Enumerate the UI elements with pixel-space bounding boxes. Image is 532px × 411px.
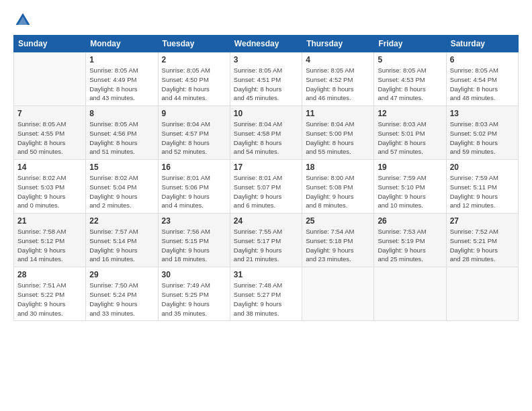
header-cell-monday: Monday: [86, 36, 158, 52]
day-cell: 25Sunrise: 7:54 AM Sunset: 5:18 PM Dayli…: [302, 214, 374, 267]
day-number: 29: [89, 270, 154, 279]
day-info: Sunrise: 8:04 AM Sunset: 5:00 PM Dayligh…: [306, 120, 370, 156]
day-info: Sunrise: 7:57 AM Sunset: 5:14 PM Dayligh…: [89, 227, 154, 264]
header-cell-saturday: Saturday: [446, 36, 518, 52]
day-cell: 22Sunrise: 7:57 AM Sunset: 5:14 PM Dayli…: [86, 214, 158, 267]
day-cell: [302, 267, 374, 321]
week-row-4: 21Sunrise: 7:58 AM Sunset: 5:12 PM Dayli…: [14, 214, 519, 267]
day-info: Sunrise: 8:05 AM Sunset: 4:52 PM Dayligh…: [306, 66, 370, 103]
day-cell: 13Sunrise: 8:03 AM Sunset: 5:02 PM Dayli…: [446, 106, 518, 160]
day-cell: 27Sunrise: 7:52 AM Sunset: 5:21 PM Dayli…: [446, 214, 518, 267]
day-info: Sunrise: 8:03 AM Sunset: 5:01 PM Dayligh…: [378, 120, 442, 156]
day-cell: 31Sunrise: 7:48 AM Sunset: 5:27 PM Dayli…: [230, 267, 302, 321]
day-number: 21: [17, 216, 82, 226]
day-number: 30: [162, 270, 226, 279]
day-info: Sunrise: 8:02 AM Sunset: 5:04 PM Dayligh…: [89, 173, 154, 210]
header-cell-sunday: Sunday: [14, 36, 86, 52]
calendar-table: SundayMondayTuesdayWednesdayThursdayFrid…: [13, 35, 519, 321]
day-number: 11: [306, 109, 370, 118]
day-info: Sunrise: 7:50 AM Sunset: 5:24 PM Dayligh…: [89, 281, 154, 318]
day-number: 3: [234, 55, 298, 64]
day-info: Sunrise: 8:05 AM Sunset: 4:53 PM Dayligh…: [378, 66, 442, 103]
day-info: Sunrise: 7:48 AM Sunset: 5:27 PM Dayligh…: [234, 281, 298, 318]
day-info: Sunrise: 8:00 AM Sunset: 5:08 PM Dayligh…: [306, 173, 370, 210]
header-cell-friday: Friday: [374, 36, 446, 52]
day-info: Sunrise: 8:05 AM Sunset: 4:54 PM Dayligh…: [450, 66, 515, 103]
day-number: 31: [234, 270, 298, 279]
day-number: 27: [450, 216, 515, 226]
day-info: Sunrise: 8:05 AM Sunset: 4:50 PM Dayligh…: [162, 66, 226, 103]
day-cell: 5Sunrise: 8:05 AM Sunset: 4:53 PM Daylig…: [374, 52, 446, 106]
logo: [13, 11, 35, 30]
day-cell: 28Sunrise: 7:51 AM Sunset: 5:22 PM Dayli…: [14, 267, 86, 321]
day-number: 9: [162, 109, 226, 118]
header-cell-wednesday: Wednesday: [230, 36, 302, 52]
day-info: Sunrise: 7:49 AM Sunset: 5:25 PM Dayligh…: [162, 281, 226, 318]
day-info: Sunrise: 7:59 AM Sunset: 5:11 PM Dayligh…: [450, 173, 515, 210]
day-cell: 11Sunrise: 8:04 AM Sunset: 5:00 PM Dayli…: [302, 106, 374, 160]
day-number: 18: [306, 163, 370, 172]
day-info: Sunrise: 7:55 AM Sunset: 5:17 PM Dayligh…: [234, 227, 298, 264]
day-info: Sunrise: 8:01 AM Sunset: 5:07 PM Dayligh…: [234, 173, 298, 210]
day-info: Sunrise: 8:03 AM Sunset: 5:02 PM Dayligh…: [450, 120, 515, 156]
logo-icon: [13, 11, 32, 30]
week-row-2: 7Sunrise: 8:05 AM Sunset: 4:55 PM Daylig…: [14, 106, 519, 160]
day-cell: 19Sunrise: 7:59 AM Sunset: 5:10 PM Dayli…: [374, 160, 446, 214]
header-cell-tuesday: Tuesday: [158, 36, 230, 52]
day-number: 26: [378, 216, 442, 226]
day-cell: 14Sunrise: 8:02 AM Sunset: 5:03 PM Dayli…: [14, 160, 86, 214]
day-cell: 20Sunrise: 7:59 AM Sunset: 5:11 PM Dayli…: [446, 160, 518, 214]
day-number: 7: [17, 109, 82, 118]
day-cell: [446, 267, 518, 321]
day-number: 24: [234, 216, 298, 226]
day-number: 25: [306, 216, 370, 226]
day-number: 13: [450, 109, 515, 118]
day-number: 16: [162, 163, 226, 172]
calendar-body: 1Sunrise: 8:05 AM Sunset: 4:49 PM Daylig…: [14, 52, 519, 321]
week-row-1: 1Sunrise: 8:05 AM Sunset: 4:49 PM Daylig…: [14, 52, 519, 106]
day-info: Sunrise: 7:52 AM Sunset: 5:21 PM Dayligh…: [450, 227, 515, 264]
week-row-3: 14Sunrise: 8:02 AM Sunset: 5:03 PM Dayli…: [14, 160, 519, 214]
day-number: 5: [378, 55, 442, 64]
day-number: 10: [234, 109, 298, 118]
day-cell: [374, 267, 446, 321]
day-info: Sunrise: 8:02 AM Sunset: 5:03 PM Dayligh…: [17, 173, 82, 210]
day-cell: 12Sunrise: 8:03 AM Sunset: 5:01 PM Dayli…: [374, 106, 446, 160]
day-info: Sunrise: 7:56 AM Sunset: 5:15 PM Dayligh…: [162, 227, 226, 264]
day-number: 22: [89, 216, 154, 226]
day-info: Sunrise: 8:05 AM Sunset: 4:49 PM Dayligh…: [89, 66, 154, 103]
day-number: 8: [89, 109, 154, 118]
day-cell: 8Sunrise: 8:05 AM Sunset: 4:56 PM Daylig…: [86, 106, 158, 160]
day-number: 17: [234, 163, 298, 172]
day-info: Sunrise: 7:54 AM Sunset: 5:18 PM Dayligh…: [306, 227, 370, 264]
day-number: 4: [306, 55, 370, 64]
day-cell: 10Sunrise: 8:04 AM Sunset: 4:58 PM Dayli…: [230, 106, 302, 160]
day-info: Sunrise: 7:51 AM Sunset: 5:22 PM Dayligh…: [17, 281, 82, 318]
day-info: Sunrise: 8:05 AM Sunset: 4:56 PM Dayligh…: [89, 120, 154, 156]
day-number: 20: [450, 163, 515, 172]
day-cell: 18Sunrise: 8:00 AM Sunset: 5:08 PM Dayli…: [302, 160, 374, 214]
day-cell: 3Sunrise: 8:05 AM Sunset: 4:51 PM Daylig…: [230, 52, 302, 106]
day-info: Sunrise: 7:53 AM Sunset: 5:19 PM Dayligh…: [378, 227, 442, 264]
day-cell: 26Sunrise: 7:53 AM Sunset: 5:19 PM Dayli…: [374, 214, 446, 267]
day-info: Sunrise: 8:05 AM Sunset: 4:51 PM Dayligh…: [234, 66, 298, 103]
day-info: Sunrise: 8:04 AM Sunset: 4:58 PM Dayligh…: [234, 120, 298, 156]
day-number: 6: [450, 55, 515, 64]
day-cell: 6Sunrise: 8:05 AM Sunset: 4:54 PM Daylig…: [446, 52, 518, 106]
day-number: 14: [17, 163, 82, 172]
day-cell: 30Sunrise: 7:49 AM Sunset: 5:25 PM Dayli…: [158, 267, 230, 321]
day-cell: 21Sunrise: 7:58 AM Sunset: 5:12 PM Dayli…: [14, 214, 86, 267]
day-number: 28: [17, 270, 82, 279]
day-info: Sunrise: 7:59 AM Sunset: 5:10 PM Dayligh…: [378, 173, 442, 210]
day-cell: 15Sunrise: 8:02 AM Sunset: 5:04 PM Dayli…: [86, 160, 158, 214]
day-cell: 1Sunrise: 8:05 AM Sunset: 4:49 PM Daylig…: [86, 52, 158, 106]
day-cell: 9Sunrise: 8:04 AM Sunset: 4:57 PM Daylig…: [158, 106, 230, 160]
page: SundayMondayTuesdayWednesdayThursdayFrid…: [0, 0, 532, 411]
day-number: 12: [378, 109, 442, 118]
day-number: 19: [378, 163, 442, 172]
day-number: 1: [89, 55, 154, 64]
day-cell: 7Sunrise: 8:05 AM Sunset: 4:55 PM Daylig…: [14, 106, 86, 160]
day-info: Sunrise: 8:05 AM Sunset: 4:55 PM Dayligh…: [17, 120, 82, 156]
day-number: 2: [162, 55, 226, 64]
day-info: Sunrise: 8:01 AM Sunset: 5:06 PM Dayligh…: [162, 173, 226, 210]
